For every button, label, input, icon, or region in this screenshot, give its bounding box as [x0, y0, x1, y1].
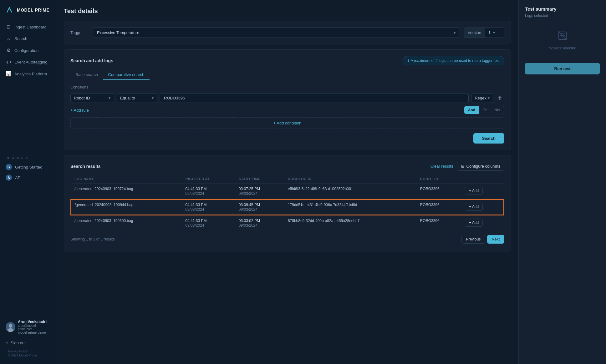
version-input[interactable]: 1 ▾ — [485, 28, 504, 38]
logic-or-button[interactable]: Or — [479, 106, 491, 114]
sidebar-footer: Privacy Policy © 2024 Model-Prime — [3, 348, 53, 359]
sidebar-item-label: Search — [14, 36, 27, 41]
sign-out-label: Sign out — [11, 341, 26, 345]
col-robot-id: ROBOT ID — [416, 174, 461, 184]
cell-robot-id: ROBO3396 — [416, 215, 461, 231]
add-log-button[interactable]: + Add — [465, 187, 483, 195]
app-name: MODEL·PRIME — [17, 8, 49, 13]
logic-not-button[interactable]: Not — [491, 106, 504, 114]
version-label: Version — [464, 28, 485, 38]
user-org: model-prime-demo — [18, 331, 50, 334]
results-header: Search results Clear results ⊞ Configure… — [70, 162, 504, 171]
user-email: arun@model-prime.com — [18, 324, 50, 331]
table-row: /generated_20240903_190724.bag 04:41:33 … — [71, 184, 504, 200]
search-section-title: Search and add logs — [70, 58, 113, 63]
condition-operator-chevron-icon: ▾ — [152, 96, 154, 100]
regex-chevron-icon: ▾ — [488, 96, 490, 100]
cell-action: + Add — [461, 199, 504, 215]
add-log-button[interactable]: + Add — [465, 203, 483, 211]
condition-field-select[interactable]: Robot ID ▾ — [70, 93, 114, 103]
delete-condition-button[interactable]: 🗑 — [496, 94, 504, 103]
previous-button[interactable]: Previous — [461, 235, 486, 244]
sidebar-item-label: Configuration — [14, 48, 38, 53]
version-group: Version 1 ▾ — [464, 28, 504, 38]
sidebar-item-api[interactable]: A API — [3, 172, 53, 183]
cell-action: + Add — [461, 215, 504, 231]
results-title: Search results — [70, 164, 101, 169]
pagination: Previous Next — [461, 235, 504, 244]
tagger-row: Tagger Excessive Temperature ▾ Version 1… — [70, 28, 504, 38]
privacy-policy-link[interactable]: Privacy Policy — [8, 350, 48, 353]
table-header-row: LOG NAME INGESTED AT START TIME ROBOLOG … — [71, 174, 504, 184]
sidebar-item-getting-started[interactable]: G Getting Started — [3, 162, 53, 172]
configure-columns-icon: ⊞ — [461, 164, 465, 169]
cell-ingested-at: 04:41:33 PM 09/03/2024 — [181, 199, 235, 215]
tagger-select[interactable]: Excessive Temperature ▾ — [93, 28, 460, 38]
tab-base-search[interactable]: Base search — [70, 70, 103, 80]
sidebar-item-configuration[interactable]: ⚙ Configuration — [3, 45, 53, 56]
sign-out-icon: ⎋ — [6, 341, 8, 345]
condition-operator-value: Equal to — [120, 96, 135, 100]
table-footer: Showing 1 to 3 of 3 results Previous Nex… — [70, 231, 504, 245]
search-section-header: Search and add logs ℹ A maximum of 2 log… — [70, 56, 504, 65]
info-badge-text: A maximum of 2 logs can be used to run a… — [411, 58, 500, 63]
add-log-button[interactable]: + Add — [465, 219, 483, 227]
test-summary-section: Test summary Logs selected No logs selec… — [525, 6, 600, 59]
results-table: LOG NAME INGESTED AT START TIME ROBOLOG … — [70, 174, 504, 231]
col-actions — [461, 174, 504, 184]
resource-label: API — [15, 175, 22, 180]
showing-text: Showing 1 to 3 of 3 results — [70, 237, 115, 241]
tagger-select-chevron-icon: ▾ — [454, 30, 456, 35]
regex-button[interactable]: Regex ▾ — [471, 93, 493, 103]
cell-robolog-id: 179dd51c-e431-4bf9-906c-7d3344f1bd6d — [284, 199, 416, 215]
app-logo[interactable]: MODEL·PRIME — [0, 0, 56, 21]
search-button[interactable]: Search — [473, 133, 504, 144]
col-log-name: LOG NAME — [71, 174, 181, 184]
add-rule-button[interactable]: + Add rule — [70, 107, 89, 114]
test-summary-title: Test summary — [525, 6, 600, 12]
sidebar-item-event-autotagging[interactable]: 🏷 Event Autotagging — [3, 57, 53, 68]
search-icon: ⌕ — [6, 36, 11, 41]
sidebar-item-label: Ingest Dashboard — [14, 25, 47, 29]
main-content: Test details Tagger Excessive Temperatur… — [56, 0, 606, 364]
version-value: 1 — [488, 30, 491, 35]
user-name: Arun Venkatadri — [18, 320, 50, 324]
conditions-label: Conditions — [70, 85, 504, 89]
search-logs-card: Search and add logs ℹ A maximum of 2 log… — [64, 49, 511, 150]
next-button[interactable]: Next — [487, 235, 504, 244]
cell-log-name: /generated_20240903_190944.bag — [71, 199, 181, 215]
sidebar: MODEL·PRIME ⊡ Ingest Dashboard ⌕ Search … — [0, 0, 56, 364]
svg-line-6 — [558, 31, 567, 40]
add-condition-button[interactable]: + Add condition — [70, 117, 504, 129]
configure-columns-label: Configure columns — [466, 164, 500, 169]
add-rule-label: + Add rule — [70, 108, 89, 113]
api-avatar: A — [6, 174, 12, 181]
clear-results-button[interactable]: Clear results — [430, 164, 453, 169]
cell-robot-id: ROBO3396 — [416, 199, 461, 215]
condition-field-chevron-icon: ▾ — [109, 96, 111, 100]
cell-start-time: 03:09:45 PM 09/03/2024 — [235, 199, 284, 215]
configure-columns-button[interactable]: ⊞ Configure columns — [457, 162, 504, 171]
sidebar-item-ingest-dashboard[interactable]: ⊡ Ingest Dashboard — [3, 21, 53, 33]
info-icon: ℹ — [407, 58, 409, 63]
sidebar-item-search[interactable]: ⌕ Search — [3, 33, 53, 44]
configuration-icon: ⚙ — [6, 48, 11, 53]
col-robolog-id: ROBOLOG ID — [284, 174, 416, 184]
add-condition-label: + Add condition — [273, 121, 301, 125]
run-test-button[interactable]: Run test — [525, 63, 600, 74]
sidebar-bottom: Arun Venkatadri arun@model-prime.com mod… — [0, 314, 56, 364]
tagger-card: Tagger Excessive Temperature ▾ Version 1… — [64, 21, 511, 44]
table-row: /generated_20240903_190300.bag 04:41:33 … — [71, 215, 504, 231]
condition-operator-select[interactable]: Equal to ▾ — [117, 93, 157, 103]
copyright: © 2024 Model-Prime — [8, 354, 48, 357]
no-logs-text: No logs selected — [548, 46, 576, 50]
condition-value-input[interactable] — [160, 93, 469, 103]
tagger-label: Tagger — [70, 30, 89, 35]
tab-comparative-search[interactable]: Comparative search — [103, 70, 149, 80]
logic-and-button[interactable]: And — [464, 106, 479, 114]
sign-out-button[interactable]: ⎋ Sign out — [3, 338, 53, 348]
col-start-time: START TIME — [235, 174, 284, 184]
sidebar-item-analytics-platform[interactable]: 📊 Analytics Platform — [3, 68, 53, 79]
table-row: /generated_20240903_190944.bag 04:41:33 … — [71, 199, 504, 215]
col-ingested-at: INGESTED AT — [181, 174, 235, 184]
